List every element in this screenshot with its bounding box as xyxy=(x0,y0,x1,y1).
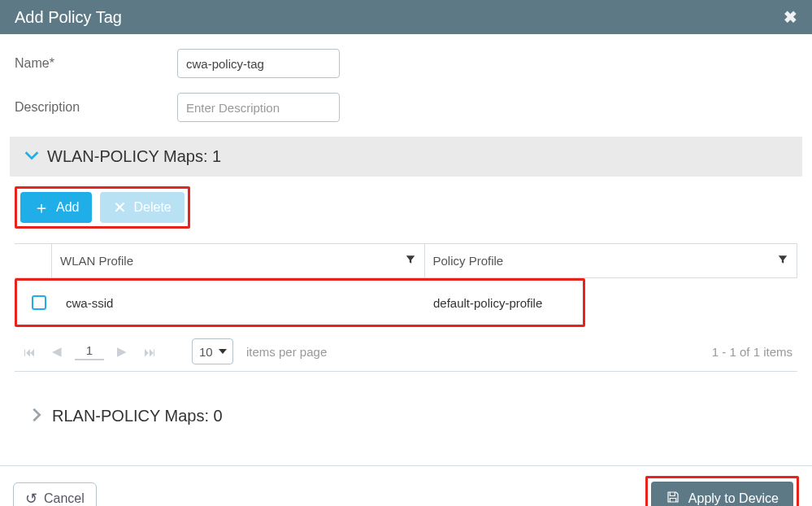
item-count-label: 1 - 1 of 1 items xyxy=(712,345,792,359)
wlan-profile-cell: cwa-ssid xyxy=(58,288,425,318)
wlan-section-title: WLAN-POLICY Maps: 1 xyxy=(47,147,221,166)
page-last-icon[interactable]: ⏭ xyxy=(140,342,159,361)
cancel-button[interactable]: ↺ Cancel xyxy=(13,482,97,506)
name-input[interactable] xyxy=(177,49,340,78)
pager: ⏮ ◀ 1 ▶ ⏭ 10 items per page 1 - 1 of 1 i… xyxy=(15,327,797,371)
page-next-icon[interactable]: ▶ xyxy=(112,342,132,361)
description-input[interactable] xyxy=(177,93,340,122)
rlan-section-title: RLAN-POLICY Maps: 0 xyxy=(52,407,223,425)
table-header: WLAN Profile Policy Profile xyxy=(15,244,797,278)
description-label: Description xyxy=(15,100,177,115)
plus-icon: ＋ xyxy=(33,199,50,216)
rlan-policy-accordion[interactable]: RLAN-POLICY Maps: 0 xyxy=(15,396,797,436)
name-row: Name* xyxy=(15,49,797,78)
filter-icon[interactable] xyxy=(405,254,416,268)
wlan-button-row: ＋ Add ✕ Delete xyxy=(20,192,185,223)
dialog-body: Name* Description WLAN-POLICY Maps: 1 ＋ … xyxy=(0,34,812,451)
add-delete-highlight: ＋ Add ✕ Delete xyxy=(15,186,190,229)
row-highlight: cwa-ssid default-policy-profile xyxy=(15,278,585,327)
dialog-footer: ↺ Cancel Apply to Device xyxy=(0,465,812,506)
dialog-title: Add Policy Tag xyxy=(15,8,122,27)
page-size-select[interactable]: 10 xyxy=(192,338,233,364)
page-current: 1 xyxy=(75,343,104,360)
wlan-policy-accordion[interactable]: WLAN-POLICY Maps: 1 xyxy=(10,137,802,177)
x-icon: ✕ xyxy=(113,199,127,216)
apply-highlight: Apply to Device xyxy=(645,476,799,506)
row-select[interactable] xyxy=(20,295,58,310)
wlan-header-text: WLAN Profile xyxy=(60,254,133,268)
chevron-down-icon xyxy=(16,146,47,167)
undo-icon: ↺ xyxy=(25,490,37,506)
apply-label: Apply to Device xyxy=(688,491,779,506)
wlan-policy-table: WLAN Profile Policy Profile cwa-ssid xyxy=(15,243,797,372)
policy-profile-header[interactable]: Policy Profile xyxy=(425,244,798,277)
policy-profile-cell: default-policy-profile xyxy=(425,288,580,318)
page-first-icon[interactable]: ⏮ xyxy=(20,342,39,361)
items-per-page-label: items per page xyxy=(246,345,327,359)
checkbox[interactable] xyxy=(32,295,46,310)
page-prev-icon[interactable]: ◀ xyxy=(47,342,67,361)
table-body: cwa-ssid default-policy-profile xyxy=(15,278,797,327)
cancel-label: Cancel xyxy=(44,491,85,506)
dialog-header: Add Policy Tag ✖ xyxy=(0,0,812,34)
filter-icon[interactable] xyxy=(777,254,788,268)
wlan-profile-header[interactable]: WLAN Profile xyxy=(52,244,425,277)
add-button[interactable]: ＋ Add xyxy=(20,192,92,223)
page-size-wrap: 10 xyxy=(192,338,233,364)
save-icon xyxy=(666,490,680,506)
add-label: Add xyxy=(56,200,79,215)
apply-button[interactable]: Apply to Device xyxy=(651,482,793,506)
select-all-col xyxy=(15,244,52,277)
chevron-right-icon xyxy=(21,406,52,426)
delete-label: Delete xyxy=(133,200,171,215)
close-icon[interactable]: ✖ xyxy=(784,7,797,27)
delete-button[interactable]: ✕ Delete xyxy=(100,192,184,223)
name-label: Name* xyxy=(15,56,177,71)
policy-header-text: Policy Profile xyxy=(433,254,504,268)
table-row[interactable]: cwa-ssid default-policy-profile xyxy=(20,284,580,321)
description-row: Description xyxy=(15,93,797,122)
